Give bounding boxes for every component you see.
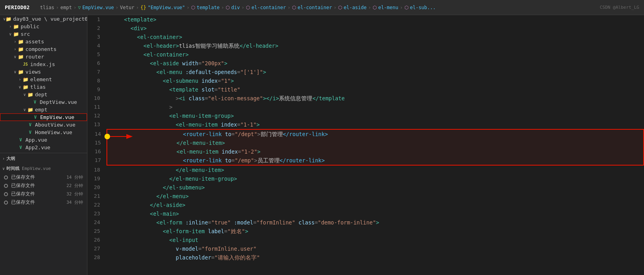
watermark: CSDN @Albert_LG (600, 5, 639, 10)
highlighted-region: 14 <router-link to="/dept">部门管理</router-… (87, 129, 644, 166)
timeline-entry-3: 已保存文件 32 分钟 (0, 190, 87, 198)
main-layout: ∨ 📁 day03_vue \ vue_project01 › 📁 public… (0, 15, 644, 275)
code-line-19: 19 </el-menu-item-group> (87, 174, 644, 183)
code-line-14: 14 <router-link to="/dept">部门管理</router-… (106, 129, 644, 138)
folder-icon: 📁 (13, 31, 19, 37)
code-line-26: 26 <el-input (87, 236, 644, 244)
chevron-down-icon: ∨ (22, 92, 27, 97)
chevron-down-icon: ∨ (8, 32, 13, 36)
folder-label: element (30, 76, 52, 82)
sidebar-item-deptview[interactable]: V DeptView.vue (0, 98, 87, 106)
sidebar-item-aboutview[interactable]: V AboutView.vue (0, 121, 87, 129)
folder-icon: 📁 (22, 84, 29, 90)
code-line-11: 11 > (87, 103, 644, 111)
code-line-22: 22 </el-aside> (87, 201, 644, 209)
code-line-17: 17 <router-link to="/emp">员工管理</router-l… (106, 156, 644, 166)
file-label: HomeView.vue (35, 129, 72, 135)
chevron-right-icon: › (8, 24, 13, 29)
vue-icon: V (27, 123, 33, 127)
sidebar-item-components[interactable]: › 📁 components (0, 45, 87, 53)
sidebar-item-router[interactable]: ∨ 📁 router (0, 53, 87, 60)
code-line-16: 16 <el-menu-item index="1-2"> (106, 147, 644, 156)
folder-icon: 📁 (27, 107, 33, 113)
code-container[interactable]: 1 <template> 2 <div> 3 <el-container> 4 (87, 15, 644, 275)
sidebar[interactable]: ∨ 📁 day03_vue \ vue_project01 › 📁 public… (0, 15, 87, 275)
code-line-24: 24 <el-form :inline="true" :model="formI… (87, 218, 644, 227)
code-line-2: 2 <div> (87, 24, 644, 33)
sidebar-item-empt[interactable]: ∨ 📁 empt (0, 106, 87, 113)
sidebar-item-homeview[interactable]: V HomeView.vue (0, 129, 87, 136)
timeline-dot (4, 184, 8, 188)
folder-label: router (25, 54, 44, 60)
chevron-right-icon: › (2, 156, 5, 161)
code-editor: 1 <template> 2 <div> 3 <el-container> 4 (87, 15, 644, 262)
outline-section: › 大纲 (0, 153, 87, 163)
sidebar-item-element[interactable]: › 📁 element (0, 76, 87, 83)
chevron-down-icon: ∨ (13, 55, 17, 59)
code-line-1: 1 <template> (87, 15, 644, 24)
project-label: day03_vue \ vue_project01 (13, 16, 87, 22)
sidebar-item-tlias[interactable]: ∨ 📁 tlias (0, 83, 87, 91)
sidebar-item-project[interactable]: ∨ 📁 day03_vue \ vue_project01 (0, 15, 87, 23)
code-line-6: 6 <el-aside width="200px"> (87, 59, 644, 68)
code-line-3: 3 <el-container> (87, 33, 644, 41)
folder-icon: 📁 (6, 16, 12, 22)
sidebar-item-appvue[interactable]: V App.vue (0, 136, 87, 144)
folder-label: assets (25, 39, 44, 45)
file-label: index.js (30, 61, 55, 67)
timeline-entry-2: 已保存文件 22 分钟 (0, 181, 87, 190)
folder-label: dept (35, 92, 47, 98)
timeline-entry-4: 已保存文件 34 分钟 (0, 198, 87, 207)
code-line-12: 12 <el-menu-item-group> (87, 111, 644, 120)
chevron-down-icon: ∨ (17, 85, 22, 89)
folder-icon: 📁 (17, 47, 24, 52)
sidebar-item-assets[interactable]: › 📁 assets (0, 38, 87, 45)
folder-label: public (21, 23, 39, 29)
folder-label: src (21, 31, 30, 37)
outline-toggle[interactable]: › 大纲 (0, 153, 87, 163)
vue-icon: V (32, 100, 38, 104)
sidebar-item-indexjs[interactable]: JS index.js (0, 60, 87, 68)
file-label: App2.vue (25, 144, 50, 150)
folder-icon: 📁 (17, 54, 24, 60)
sidebar-item-views[interactable]: ∨ 📁 views (0, 68, 87, 76)
vue-icon: V (27, 130, 33, 135)
sidebar-item-dept[interactable]: ∨ 📁 dept (0, 91, 87, 98)
file-label: AboutView.vue (35, 122, 75, 128)
folder-icon: 📁 (13, 24, 19, 29)
folder-icon: 📁 (27, 92, 33, 98)
folder-icon: 📁 (17, 39, 24, 45)
timeline-dot (4, 176, 8, 179)
timeline-dot (4, 192, 8, 196)
timeline-toggle[interactable]: ∨ 时间线 EmpView.vue (0, 163, 87, 173)
code-line-7: 7 <el-menu :default-openeds="['1']"> (87, 68, 644, 76)
code-line-8: 8 <el-submenu index="1"> (87, 76, 644, 85)
file-label: EmpView.vue (40, 114, 74, 120)
vue-icon: V (17, 138, 24, 142)
code-line-21: 21 </el-menu> (87, 192, 644, 201)
sidebar-item-app2vue[interactable]: V App2.vue (0, 144, 87, 151)
outline-title: 大纲 (6, 156, 15, 162)
sidebar-item-empview[interactable]: V EmpView.vue (0, 113, 87, 121)
chevron-down-icon: ∨ (13, 70, 17, 74)
timeline-dot (4, 201, 8, 205)
timeline-section: ∨ 时间线 EmpView.vue 已保存文件 14 分钟 已保存文件 22 分… (0, 163, 87, 207)
file-label: App.vue (25, 137, 47, 143)
folder-label: views (25, 69, 41, 75)
code-line-5: 5 <el-container> (87, 50, 644, 59)
timeline-entry-1: 已保存文件 14 分钟 (0, 173, 87, 181)
code-line-18: 18 </el-menu-item> (87, 166, 644, 174)
code-line-28: 28 placeholder="请输入你的名字" (87, 253, 644, 262)
code-line-9: 9 <template slot="title" (87, 85, 644, 94)
sidebar-item-public[interactable]: › 📁 public (0, 23, 87, 30)
file-label: DeptView.vue (40, 99, 77, 105)
sidebar-item-src[interactable]: ∨ 📁 src (0, 30, 87, 38)
code-line-25: 25 <el-form-item label="姓名"> (87, 227, 644, 236)
chevron-down-icon: ∨ (22, 107, 27, 112)
chevron-right-icon: › (13, 47, 17, 51)
folder-icon: 📁 (17, 69, 24, 75)
folder-icon: 📁 (22, 77, 29, 82)
breadcrumb: tlias › empt › ▽ EmpView.vue › Vetur › {… (36, 5, 600, 10)
code-line-4: 4 <el-header>tlias智能学习辅助系统</el-header> (87, 41, 644, 50)
code-line-15: 15 </el-menu-item> (106, 138, 644, 147)
